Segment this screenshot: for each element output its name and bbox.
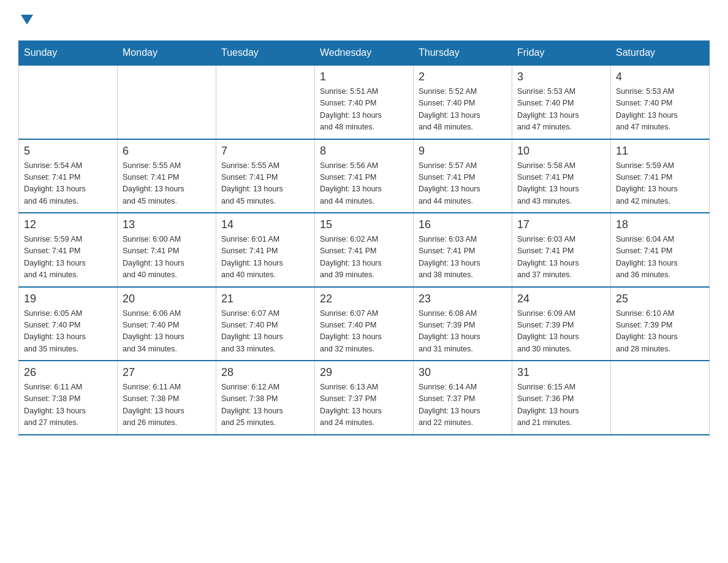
day-number: 28 [221, 366, 309, 379]
calendar-cell: 7Sunrise: 5:55 AM Sunset: 7:41 PM Daylig… [216, 139, 315, 213]
day-info: Sunrise: 6:00 AM Sunset: 7:41 PM Dayligh… [123, 234, 211, 282]
calendar-header-thursday: Thursday [414, 41, 512, 66]
calendar-cell: 25Sunrise: 6:10 AM Sunset: 7:39 PM Dayli… [611, 287, 710, 361]
day-number: 19 [24, 293, 112, 305]
day-number: 22 [320, 293, 408, 305]
calendar-cell: 24Sunrise: 6:09 AM Sunset: 7:39 PM Dayli… [512, 287, 611, 361]
day-number: 7 [221, 145, 309, 158]
day-info: Sunrise: 6:12 AM Sunset: 7:38 PM Dayligh… [221, 381, 309, 429]
calendar-header-wednesday: Wednesday [315, 41, 414, 66]
day-number: 6 [123, 145, 211, 158]
calendar-cell: 3Sunrise: 5:53 AM Sunset: 7:40 PM Daylig… [512, 65, 611, 139]
day-info: Sunrise: 5:56 AM Sunset: 7:41 PM Dayligh… [320, 160, 408, 208]
calendar-cell [118, 65, 216, 139]
calendar-cell: 19Sunrise: 6:05 AM Sunset: 7:40 PM Dayli… [19, 287, 118, 361]
day-info: Sunrise: 6:01 AM Sunset: 7:41 PM Dayligh… [221, 234, 309, 282]
day-info: Sunrise: 5:51 AM Sunset: 7:40 PM Dayligh… [320, 86, 408, 134]
calendar-cell: 15Sunrise: 6:02 AM Sunset: 7:41 PM Dayli… [315, 213, 414, 287]
calendar-cell: 10Sunrise: 5:58 AM Sunset: 7:41 PM Dayli… [512, 139, 611, 213]
page-header [18, 12, 710, 28]
calendar-cell: 9Sunrise: 5:57 AM Sunset: 7:41 PM Daylig… [414, 139, 512, 213]
calendar-cell: 28Sunrise: 6:12 AM Sunset: 7:38 PM Dayli… [216, 361, 315, 435]
calendar-cell: 12Sunrise: 5:59 AM Sunset: 7:41 PM Dayli… [19, 213, 118, 287]
day-info: Sunrise: 6:03 AM Sunset: 7:41 PM Dayligh… [419, 234, 507, 282]
calendar-cell: 20Sunrise: 6:06 AM Sunset: 7:40 PM Dayli… [118, 287, 216, 361]
calendar-table: SundayMondayTuesdayWednesdayThursdayFrid… [18, 40, 710, 435]
day-info: Sunrise: 6:03 AM Sunset: 7:41 PM Dayligh… [517, 234, 605, 282]
day-number: 23 [419, 293, 507, 305]
calendar-cell: 23Sunrise: 6:08 AM Sunset: 7:39 PM Dayli… [414, 287, 512, 361]
day-number: 1 [320, 71, 408, 83]
calendar-header-tuesday: Tuesday [216, 41, 315, 66]
calendar-week-row: 1Sunrise: 5:51 AM Sunset: 7:40 PM Daylig… [19, 65, 710, 139]
day-info: Sunrise: 5:53 AM Sunset: 7:40 PM Dayligh… [517, 86, 605, 134]
day-info: Sunrise: 6:07 AM Sunset: 7:40 PM Dayligh… [221, 308, 309, 356]
calendar-week-row: 12Sunrise: 5:59 AM Sunset: 7:41 PM Dayli… [19, 213, 710, 287]
day-info: Sunrise: 5:54 AM Sunset: 7:41 PM Dayligh… [24, 160, 112, 208]
logo [18, 12, 34, 28]
day-info: Sunrise: 5:55 AM Sunset: 7:41 PM Dayligh… [123, 160, 211, 208]
calendar-cell: 16Sunrise: 6:03 AM Sunset: 7:41 PM Dayli… [414, 213, 512, 287]
day-info: Sunrise: 6:11 AM Sunset: 7:38 PM Dayligh… [123, 381, 211, 429]
calendar-header-monday: Monday [118, 41, 216, 66]
day-number: 13 [123, 218, 211, 231]
calendar-header-row: SundayMondayTuesdayWednesdayThursdayFrid… [19, 41, 710, 66]
calendar-cell: 8Sunrise: 5:56 AM Sunset: 7:41 PM Daylig… [315, 139, 414, 213]
calendar-cell [611, 361, 710, 435]
day-number: 29 [320, 366, 408, 379]
calendar-cell: 18Sunrise: 6:04 AM Sunset: 7:41 PM Dayli… [611, 213, 710, 287]
day-info: Sunrise: 6:02 AM Sunset: 7:41 PM Dayligh… [320, 234, 408, 282]
day-number: 9 [419, 145, 507, 158]
calendar-header-friday: Friday [512, 41, 611, 66]
calendar-cell: 31Sunrise: 6:15 AM Sunset: 7:36 PM Dayli… [512, 361, 611, 435]
day-info: Sunrise: 5:57 AM Sunset: 7:41 PM Dayligh… [419, 160, 507, 208]
day-number: 31 [517, 366, 605, 379]
calendar-cell: 29Sunrise: 6:13 AM Sunset: 7:37 PM Dayli… [315, 361, 414, 435]
day-info: Sunrise: 6:05 AM Sunset: 7:40 PM Dayligh… [24, 308, 112, 356]
calendar-cell: 17Sunrise: 6:03 AM Sunset: 7:41 PM Dayli… [512, 213, 611, 287]
day-number: 26 [24, 366, 112, 379]
calendar-cell: 21Sunrise: 6:07 AM Sunset: 7:40 PM Dayli… [216, 287, 315, 361]
day-info: Sunrise: 6:10 AM Sunset: 7:39 PM Dayligh… [616, 308, 704, 356]
day-number: 4 [616, 71, 704, 83]
calendar-cell: 4Sunrise: 5:53 AM Sunset: 7:40 PM Daylig… [611, 65, 710, 139]
calendar-header-saturday: Saturday [611, 41, 710, 66]
day-info: Sunrise: 6:06 AM Sunset: 7:40 PM Dayligh… [123, 308, 211, 356]
calendar-cell: 13Sunrise: 6:00 AM Sunset: 7:41 PM Dayli… [118, 213, 216, 287]
calendar-week-row: 26Sunrise: 6:11 AM Sunset: 7:38 PM Dayli… [19, 361, 710, 435]
calendar-cell: 2Sunrise: 5:52 AM Sunset: 7:40 PM Daylig… [414, 65, 512, 139]
calendar-week-row: 5Sunrise: 5:54 AM Sunset: 7:41 PM Daylig… [19, 139, 710, 213]
day-info: Sunrise: 5:59 AM Sunset: 7:41 PM Dayligh… [24, 234, 112, 282]
calendar-cell: 6Sunrise: 5:55 AM Sunset: 7:41 PM Daylig… [118, 139, 216, 213]
day-info: Sunrise: 6:15 AM Sunset: 7:36 PM Dayligh… [517, 381, 605, 429]
calendar-header-sunday: Sunday [19, 41, 118, 66]
logo-triangle-icon [20, 13, 34, 26]
calendar-cell: 22Sunrise: 6:07 AM Sunset: 7:40 PM Dayli… [315, 287, 414, 361]
day-number: 2 [419, 71, 507, 83]
svg-marker-0 [21, 15, 33, 25]
calendar-cell: 1Sunrise: 5:51 AM Sunset: 7:40 PM Daylig… [315, 65, 414, 139]
day-number: 20 [123, 293, 211, 305]
calendar-cell: 14Sunrise: 6:01 AM Sunset: 7:41 PM Dayli… [216, 213, 315, 287]
day-info: Sunrise: 5:53 AM Sunset: 7:40 PM Dayligh… [616, 86, 704, 134]
day-number: 24 [517, 293, 605, 305]
day-number: 8 [320, 145, 408, 158]
day-info: Sunrise: 6:14 AM Sunset: 7:37 PM Dayligh… [419, 381, 507, 429]
calendar-cell: 30Sunrise: 6:14 AM Sunset: 7:37 PM Dayli… [414, 361, 512, 435]
day-info: Sunrise: 5:55 AM Sunset: 7:41 PM Dayligh… [221, 160, 309, 208]
day-number: 18 [616, 218, 704, 231]
day-info: Sunrise: 6:04 AM Sunset: 7:41 PM Dayligh… [616, 234, 704, 282]
day-info: Sunrise: 6:09 AM Sunset: 7:39 PM Dayligh… [517, 308, 605, 356]
day-number: 14 [221, 218, 309, 231]
calendar-week-row: 19Sunrise: 6:05 AM Sunset: 7:40 PM Dayli… [19, 287, 710, 361]
day-info: Sunrise: 6:08 AM Sunset: 7:39 PM Dayligh… [419, 308, 507, 356]
day-number: 21 [221, 293, 309, 305]
day-number: 27 [123, 366, 211, 379]
day-number: 15 [320, 218, 408, 231]
day-number: 16 [419, 218, 507, 231]
calendar-cell: 5Sunrise: 5:54 AM Sunset: 7:41 PM Daylig… [19, 139, 118, 213]
day-number: 11 [616, 145, 704, 158]
calendar-cell [19, 65, 118, 139]
calendar-cell: 27Sunrise: 6:11 AM Sunset: 7:38 PM Dayli… [118, 361, 216, 435]
day-info: Sunrise: 6:13 AM Sunset: 7:37 PM Dayligh… [320, 381, 408, 429]
